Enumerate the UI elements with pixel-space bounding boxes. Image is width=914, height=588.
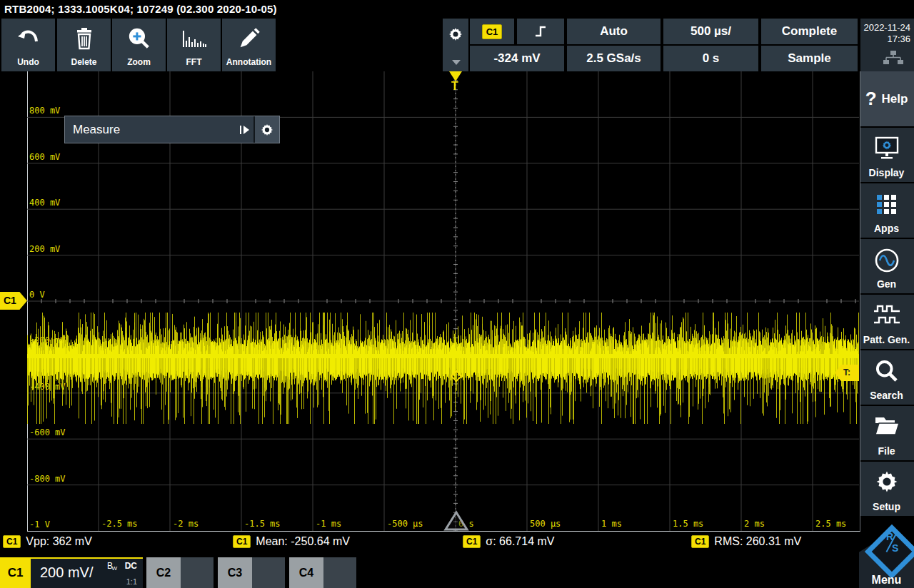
help-label: Help [882, 92, 908, 106]
measure-popup-title[interactable]: Measure [65, 116, 222, 143]
trash-icon [57, 24, 111, 54]
patt-gen-label-3: Gen [859, 278, 914, 290]
trigger-t-label: T [451, 80, 458, 93]
measure-settings-button[interactable] [253, 116, 279, 143]
trigger-level-cell[interactable]: -324 mV [470, 46, 564, 71]
trigger-mode-cell[interactable]: Auto [567, 19, 661, 44]
display-label: Display [859, 167, 914, 178]
timebase-cell[interactable]: 500 µs/ [663, 19, 758, 44]
horizontal-position-cell[interactable]: 0 s [663, 46, 758, 71]
channel2-tab[interactable]: C2 [146, 557, 214, 588]
sidebar-item-gen[interactable]: Gen [859, 239, 914, 293]
sidebar-item-patt-gen[interactable]: Patt. Gen. [859, 295, 914, 349]
setup-label: Setup [859, 501, 914, 512]
undo-button[interactable]: Undo [1, 19, 55, 71]
trigger-edge-cell[interactable] [517, 19, 564, 44]
bandwidth-sub: W [111, 565, 117, 572]
oscilloscope-screen: RTB2004; 1333.1005K04; 107249 (02.300 20… [0, 0, 914, 588]
channel1-tab[interactable]: C1 [0, 557, 31, 588]
channel4-name: C4 [299, 567, 313, 579]
acquisition-status-cell[interactable]: Complete [761, 19, 858, 44]
acquisition-status-value: Complete [782, 24, 837, 39]
channel-badge: C1 [691, 535, 709, 548]
channel1-name: C1 [8, 566, 24, 580]
trigger-level-value: -324 mV [493, 51, 540, 66]
horizontal-position-value: 0 s [703, 51, 720, 66]
undo-icon [1, 24, 55, 54]
zoom-label: Zoom [112, 57, 166, 67]
measurement-4[interactable]: C1 RMS: 260.31 mV [691, 533, 801, 550]
channel4-panel [323, 557, 356, 588]
sidebar-item-file[interactable]: File [859, 406, 914, 460]
channel3-tab[interactable]: C3 [218, 557, 285, 588]
sample-rate-cell[interactable]: 2.5 GSa/s [567, 46, 661, 71]
fft-spectrum-icon [167, 24, 221, 54]
measurement-1[interactable]: C1 Vpp: 362 mV [3, 533, 92, 550]
status-settings-button[interactable] [443, 19, 468, 71]
datetime-panel[interactable]: 2022-11-24 17:36 [860, 19, 914, 71]
sidebar-item-apps[interactable]: Apps [859, 183, 914, 238]
channel3-panel [252, 557, 285, 588]
monitor-gear-icon [859, 136, 914, 161]
chevron-down-icon [452, 60, 461, 65]
channel1-settings[interactable]: 200 mV/ B W DC 1:1 [31, 557, 143, 588]
acquisition-mode-cell[interactable]: Sample [761, 46, 858, 71]
sidebar-item-setup[interactable]: Setup [859, 462, 914, 516]
fft-label: FFT [167, 57, 221, 67]
measurement-3[interactable]: C1 σ: 66.714 mV [463, 533, 555, 550]
zoom-button[interactable]: Zoom [112, 19, 166, 71]
search-label: Search [859, 390, 914, 401]
rising-edge-icon [533, 24, 548, 39]
vpp-value: Vpp: 362 mV [26, 535, 92, 548]
pattern-wave-icon [859, 303, 914, 326]
patt-gen-label: Patt. Gen. [859, 334, 914, 345]
sidebar-item-search[interactable]: Search [859, 350, 914, 405]
file-label: File [859, 445, 914, 457]
sidebar-item-help[interactable]: ? Help [859, 71, 914, 126]
submenu-arrow-icon[interactable] [222, 116, 253, 143]
time-value: 17:36 [887, 34, 910, 44]
undo-label: Undo [1, 57, 55, 67]
trigger-mode-value: Auto [600, 24, 628, 39]
sidebar-item-menu[interactable]: R S Menu [859, 531, 914, 588]
channel-badge: C1 [3, 535, 21, 548]
probe-ratio: 1:1 [126, 577, 137, 586]
trigger-source-cell[interactable]: C1 [470, 19, 514, 44]
trigger-time-reference-icon [443, 510, 470, 532]
channel2-name: C2 [156, 567, 171, 579]
channel4-tab[interactable]: C4 [289, 557, 356, 588]
sigma-value: σ: 66.714 mV [486, 535, 554, 548]
channel2-panel [181, 557, 214, 588]
sample-rate-value: 2.5 GSa/s [586, 51, 641, 66]
sidebar-item-display[interactable]: Display [859, 128, 914, 182]
mean-value: Mean: -250.64 mV [256, 535, 350, 548]
measurement-2[interactable]: C1 Mean: -250.64 mV [233, 533, 350, 550]
channel-badge: C1 [463, 535, 481, 548]
title-bar: RTB2004; 1333.1005K04; 107249 (02.300 20… [0, 0, 914, 19]
folder-icon [859, 415, 914, 437]
timebase-value: 500 µs/ [690, 24, 731, 39]
logo-letter-s: S [892, 542, 898, 554]
channel1-ground-marker[interactable]: C1 [0, 292, 27, 310]
setup-gear-icon [859, 470, 914, 493]
device-info: RTB2004; 1333.1005K04; 107249 (02.300 20… [4, 3, 277, 15]
zoom-icon [112, 24, 166, 54]
rms-value: RMS: 260.31 mV [714, 535, 801, 548]
apps-label: Apps [859, 223, 914, 234]
channel-badge: C1 [233, 535, 251, 548]
search-icon [859, 359, 914, 383]
delete-button[interactable]: Delete [57, 19, 111, 71]
fft-button[interactable]: FFT [167, 19, 221, 71]
date-value: 2022-11-24 [863, 22, 910, 33]
gear-icon [261, 123, 273, 136]
channel1-scale: 200 mV/ [40, 564, 93, 581]
coupling-label: DC [125, 561, 137, 571]
measure-popup[interactable]: Measure [64, 116, 280, 143]
annotation-label: Annotation [222, 57, 276, 67]
channel1-marker-label: C1 [4, 295, 16, 306]
channel-badge: C1 [482, 24, 503, 39]
trigger-level-tag-label: T: [843, 368, 850, 377]
pencil-icon [222, 24, 276, 54]
delete-label: Delete [57, 57, 111, 67]
annotation-button[interactable]: Annotation [222, 19, 276, 71]
